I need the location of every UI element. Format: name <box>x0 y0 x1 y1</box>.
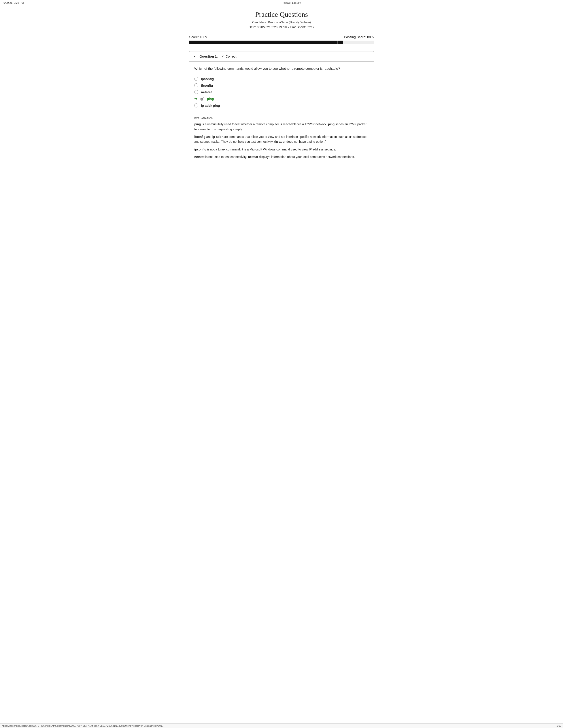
passing-score-display: Passing Score: 80% <box>344 35 374 39</box>
question-header: ▼ Question 1: ✓ Correct <box>189 51 374 62</box>
question-body: Which of the following commands would al… <box>189 62 374 164</box>
selected-arrow-icon: ➡ <box>194 97 197 101</box>
explanation-label: EXPLANATION <box>194 117 369 120</box>
explanation-para-2: ifconfig and ip addr are commands that a… <box>194 134 369 144</box>
url-bar: https://labsimapp.testout.com/v6_0_466/i… <box>0 723 563 728</box>
option-text-5: ip addr ping <box>201 104 220 107</box>
passing-score-marker <box>337 41 338 44</box>
score-value: 100% <box>200 35 208 39</box>
progress-bar-fill <box>189 41 343 44</box>
option-text-1: ipconfig <box>201 77 214 81</box>
option-text-2: ifconfig <box>201 84 213 87</box>
ifconfig-bold: ifconfig <box>194 135 205 139</box>
list-item: ip addr ping <box>194 102 369 109</box>
question-card: ▼ Question 1: ✓ Correct Which of the fol… <box>189 51 374 164</box>
candidate-parens: (Brandy Wilson) <box>289 21 311 24</box>
question-text: Which of the following commands would al… <box>194 66 369 71</box>
explanation-para-3: ipconfig is not a Linux command; it is a… <box>194 147 369 152</box>
ipconfig-bold: ipconfig <box>194 148 206 151</box>
option-text-3: netstat <box>201 90 212 94</box>
candidate-line: Candidate: Brandy Wilson (Brandy Wilson) <box>189 20 374 25</box>
chevron-down-icon[interactable]: ▼ <box>193 55 196 58</box>
score-label: Score: <box>189 35 199 39</box>
answer-options: ipconfig ifconfig netstat ➡ ping <box>194 75 369 109</box>
candidate-name: Brandy Wilson <box>268 21 288 24</box>
option-text-4-correct: ping <box>207 97 214 101</box>
score-row: Score: 100% Passing Score: 80% <box>189 35 374 39</box>
passing-label: Passing Score: <box>344 35 366 39</box>
ping-bold-1: ping <box>194 122 201 126</box>
url-text: https://labsimapp.testout.com/v6_0_466/i… <box>2 724 164 727</box>
radio-inner-dot <box>201 98 203 100</box>
netstat-bold: netstat <box>194 155 204 159</box>
progress-bar <box>189 41 374 44</box>
date-label: Date: <box>248 25 256 29</box>
explanation-para-4: netstat is not used to test connectivity… <box>194 154 369 159</box>
browser-timestamp: 9/20/21, 9:28 PM <box>4 1 24 4</box>
browser-bar: 9/20/21, 9:28 PM TestOut LabSim <box>0 0 563 6</box>
list-item: ➡ ping <box>194 95 369 102</box>
checkmark-icon: ✓ <box>221 54 224 58</box>
ipaddr-bold: ip addr <box>212 135 223 139</box>
page-indicator: 1/12 <box>557 724 561 727</box>
list-item: ipconfig <box>194 75 369 82</box>
correct-badge: ✓ Correct <box>221 54 236 58</box>
ipaddr-bold-2: ip addr <box>275 140 286 143</box>
radio-option-2[interactable] <box>194 83 198 87</box>
score-display: Score: 100% <box>189 35 208 39</box>
time-label: Time spent: <box>290 25 306 29</box>
date-line: Date: 9/20/2021 9:28:19 pm • Time spent:… <box>189 25 374 30</box>
question-label: Question 1: <box>199 54 218 58</box>
list-item: netstat <box>194 89 369 95</box>
radio-option-1[interactable] <box>194 77 198 81</box>
radio-option-3[interactable] <box>194 90 198 94</box>
radio-option-4[interactable] <box>200 97 204 101</box>
netstat-bold-2: netstat <box>248 155 258 159</box>
report-title: Practice Questions <box>189 10 374 19</box>
time-value: 02:12 <box>307 25 315 29</box>
ping-bold-2: ping <box>328 122 335 126</box>
report-meta: Candidate: Brandy Wilson (Brandy Wilson)… <box>189 20 374 30</box>
list-item: ifconfig <box>194 82 369 89</box>
browser-site-title: TestOut LabSim <box>282 1 301 4</box>
time-separator: • <box>288 25 290 29</box>
explanation-section: EXPLANATION ping is a useful utility use… <box>194 113 369 159</box>
page-wrapper: Practice Questions Candidate: Brandy Wil… <box>182 6 381 183</box>
explanation-para-1: ping is a useful utility used to test wh… <box>194 122 369 132</box>
date-value: 9/20/2021 9:28:19 pm <box>257 25 287 29</box>
correct-status: Correct <box>225 54 236 58</box>
radio-option-5[interactable] <box>194 103 198 107</box>
candidate-label: Candidate: <box>252 21 267 24</box>
passing-value: 80% <box>367 35 374 39</box>
